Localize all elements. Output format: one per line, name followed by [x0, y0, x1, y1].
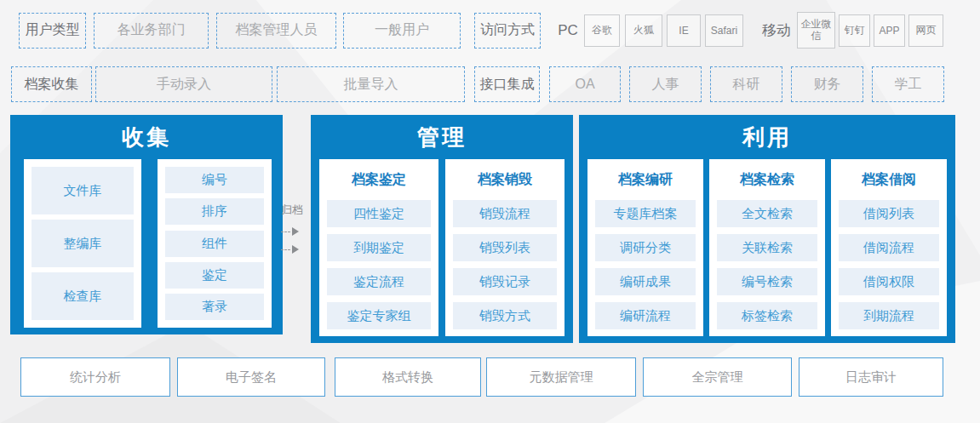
destruction-item: 销毁方式	[453, 302, 557, 329]
process-item: 排序	[165, 198, 264, 225]
archive-flow-connector: 归档	[281, 203, 312, 254]
feature-item: 全宗管理	[643, 357, 792, 397]
research-item: 编研成果	[595, 268, 696, 295]
column-header: 档案编研	[595, 166, 696, 193]
feature-item: 日志审计	[799, 357, 943, 397]
panel-management: 管理 档案鉴定 四性鉴定 到期鉴定 鉴定流程 鉴定专家组 档案销毁 销毁流程 销…	[311, 115, 573, 343]
research-item: 专题库档案	[595, 200, 696, 227]
pc-access-item: IE	[667, 14, 701, 47]
pc-label: PC	[555, 22, 581, 39]
research-column: 档案编研 专题库档案 调研分类 编研成果 编研流程	[587, 159, 703, 336]
destruction-item: 销毁流程	[453, 200, 557, 227]
integration-item: 人事	[629, 66, 702, 102]
appraisal-item: 鉴定专家组	[327, 302, 431, 329]
pc-access-item: 谷歌	[584, 14, 620, 47]
search-item: 编号检索	[717, 268, 817, 295]
integration-item: 财务	[791, 66, 863, 102]
feature-item: 统计分析	[20, 357, 170, 397]
search-item: 关联检索	[717, 234, 817, 261]
user-type-item: 一般用户	[343, 13, 461, 49]
borrow-item: 借阅列表	[839, 200, 939, 227]
pc-access-item: 火狐	[625, 14, 662, 47]
column-header: 档案鉴定	[327, 166, 431, 193]
access-method-label-box: 访问方式	[474, 13, 541, 49]
library-item: 整编库	[32, 220, 134, 267]
feature-item: 元数据管理	[486, 357, 636, 397]
process-item: 编号	[165, 167, 264, 193]
arrow-right-icon	[281, 245, 312, 254]
appraisal-item: 四性鉴定	[327, 200, 431, 227]
pc-access-item: Safari	[705, 14, 743, 47]
integration-item: 学工	[872, 66, 944, 102]
appraisal-item: 到期鉴定	[327, 234, 431, 261]
destruction-item: 销毁记录	[453, 268, 557, 295]
panel-utilization-title: 利用	[579, 115, 955, 159]
destruction-item: 销毁列表	[453, 234, 557, 261]
feature-item: 格式转换	[335, 357, 481, 397]
integration-label-box: 接口集成	[474, 66, 540, 102]
mobile-access-item: 钉钉	[839, 14, 870, 47]
process-group: 编号 排序 组件 鉴定 著录	[158, 159, 272, 328]
borrow-item: 借阅权限	[839, 268, 939, 295]
column-header: 档案借阅	[839, 166, 939, 193]
borrow-item: 借阅流程	[839, 234, 939, 261]
collect-item: 批量导入	[277, 66, 465, 102]
search-item: 标签检索	[717, 302, 817, 329]
library-item: 检查库	[32, 272, 134, 320]
process-item: 组件	[165, 231, 264, 257]
user-type-label-box: 用户类型	[19, 13, 86, 49]
process-item: 著录	[165, 294, 264, 320]
mobile-access-item: APP	[874, 14, 905, 47]
feature-row: 统计分析 电子签名 格式转换 元数据管理 全宗管理 日志审计	[20, 357, 943, 397]
mobile-label: 移动	[762, 20, 791, 40]
research-item: 调研分类	[595, 234, 696, 261]
panel-collection-body: 文件库 整编库 检查库 编号 排序 组件 鉴定 著录	[10, 159, 283, 334]
archive-collect-label-box: 档案收集	[11, 66, 92, 102]
appraisal-column: 档案鉴定 四性鉴定 到期鉴定 鉴定流程 鉴定专家组	[319, 159, 438, 336]
integration-item: 科研	[710, 66, 782, 102]
destruction-column: 档案销毁 销毁流程 销毁列表 销毁记录 销毁方式	[445, 159, 565, 336]
column-header: 档案检索	[717, 166, 817, 193]
architecture-diagram: 用户类型 各业务部门 档案管理人员 一般用户 访问方式 PC 谷歌 火狐 IE …	[0, 0, 980, 423]
borrow-column: 档案借阅 借阅列表 借阅流程 借阅权限 到期流程	[831, 159, 947, 336]
collect-item: 手动录入	[95, 66, 272, 102]
user-access-row: 用户类型 各业务部门 档案管理人员 一般用户 访问方式 PC 谷歌 火狐 IE …	[19, 12, 972, 49]
panel-management-body: 档案鉴定 四性鉴定 到期鉴定 鉴定流程 鉴定专家组 档案销毁 销毁流程 销毁列表…	[311, 159, 573, 343]
feature-item: 电子签名	[177, 357, 325, 397]
integration-item: OA	[549, 66, 621, 102]
borrow-item: 到期流程	[839, 302, 939, 329]
user-type-item: 各业务部门	[94, 13, 209, 49]
research-item: 编研流程	[595, 302, 696, 329]
user-type-item: 档案管理人员	[216, 13, 336, 49]
search-item: 全文检索	[717, 200, 817, 227]
column-header: 档案销毁	[453, 166, 557, 193]
panel-utilization-body: 档案编研 专题库档案 调研分类 编研成果 编研流程 档案检索 全文检索 关联检索…	[579, 159, 955, 343]
library-group: 文件库 整编库 检查库	[24, 159, 141, 328]
arrow-right-icon	[281, 227, 312, 236]
appraisal-item: 鉴定流程	[327, 268, 431, 295]
panel-collection-title: 收集	[10, 115, 283, 159]
library-item: 文件库	[32, 167, 134, 214]
archive-flow-label: 归档	[281, 203, 312, 218]
mobile-access-item: 网页	[908, 14, 943, 47]
collect-integration-row: 档案收集 手动录入 批量导入 接口集成 OA 人事 科研 财务 学工	[11, 66, 973, 102]
mobile-access-item: 企业微信	[797, 12, 835, 49]
process-item: 鉴定	[165, 262, 264, 289]
search-column: 档案检索 全文检索 关联检索 编号检索 标签检索	[709, 159, 825, 336]
panel-collection: 收集 文件库 整编库 检查库 编号 排序 组件 鉴定 著录	[10, 115, 283, 334]
panel-management-title: 管理	[311, 115, 573, 159]
panel-utilization: 利用 档案编研 专题库档案 调研分类 编研成果 编研流程 档案检索 全文检索 关…	[579, 115, 955, 343]
